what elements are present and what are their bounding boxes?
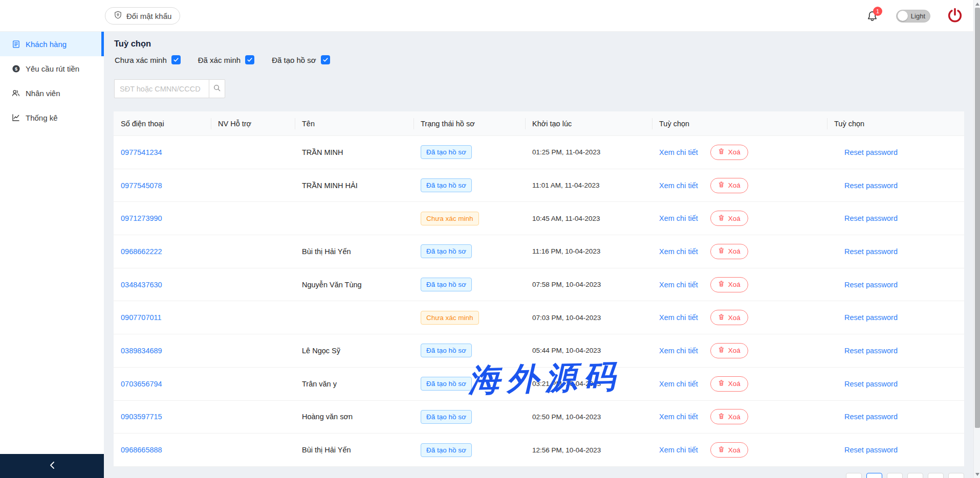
view-detail-link[interactable]: Xem chi tiết: [659, 313, 698, 322]
created-at: 11:16 PM, 10-04-2023: [532, 247, 600, 255]
table-row: 0903597715Hoàng văn sơnĐã tạo hồ sơ02:50…: [114, 401, 964, 434]
delete-button[interactable]: Xoá: [710, 409, 748, 424]
power-icon: [946, 18, 964, 26]
phone-link[interactable]: 0968665888: [121, 446, 162, 454]
delete-button[interactable]: Xoá: [710, 211, 748, 226]
vertical-scrollbar[interactable]: [973, 0, 980, 478]
phone-link[interactable]: 0977545078: [121, 181, 162, 190]
checkbox-checked-icon[interactable]: [171, 55, 181, 64]
notification-bell-button[interactable]: 1: [866, 8, 881, 24]
view-detail-link[interactable]: Xem chi tiết: [659, 281, 698, 289]
sidebar-item[interactable]: Nhân viên: [0, 81, 104, 105]
created-at: 10:45 AM, 11-04-2023: [532, 215, 600, 222]
delete-button[interactable]: Xoá: [710, 277, 748, 292]
delete-button[interactable]: Xoá: [710, 310, 748, 325]
phone-link[interactable]: 0703656794: [121, 380, 162, 388]
column-header: Số điện thoại: [114, 111, 211, 135]
reset-password-link[interactable]: Reset password: [844, 148, 898, 156]
sidebar-item[interactable]: $Yêu cầu rút tiền: [0, 56, 104, 81]
delete-button[interactable]: Xoá: [710, 178, 748, 193]
scroll-down-icon[interactable]: [975, 473, 979, 476]
view-detail-link[interactable]: Xem chi tiết: [659, 446, 698, 454]
phone-link[interactable]: 0389834689: [121, 347, 162, 355]
filter-checkbox-label: Chưa xác minh: [115, 56, 167, 64]
scroll-up-icon[interactable]: [975, 3, 979, 6]
change-password-button[interactable]: Đổi mật khẩu: [105, 7, 180, 25]
view-detail-link[interactable]: Xem chi tiết: [659, 181, 698, 190]
reset-password-link[interactable]: Reset password: [844, 380, 898, 388]
scrollbar-thumb[interactable]: [975, 8, 980, 428]
filter-checkbox[interactable]: Đã xác minh: [198, 55, 254, 64]
topbar: Đổi mật khẩu 1 Light: [0, 0, 980, 32]
view-detail-link[interactable]: Xem chi tiết: [659, 214, 698, 222]
filter-checkbox[interactable]: Đã tạo hồ sơ: [272, 55, 330, 64]
view-detail-link[interactable]: Xem chi tiết: [659, 413, 698, 421]
status-badge: Đã tạo hồ sơ: [421, 443, 472, 457]
table-row: 0389834689Lê Ngọc SỹĐã tạo hồ sơ05:44 PM…: [114, 334, 964, 368]
toggle-label: Light: [911, 12, 925, 20]
phone-link[interactable]: 0968662222: [121, 247, 162, 256]
delete-button[interactable]: Xoá: [710, 145, 748, 160]
status-badge: Chưa xác minh: [421, 311, 479, 325]
delete-button[interactable]: Xoá: [710, 376, 748, 392]
topbar-right: 1 Light: [866, 0, 964, 32]
phone-link[interactable]: 0977541234: [121, 148, 162, 156]
table-row: 0971273990Chưa xác minh10:45 AM, 11-04-2…: [114, 202, 964, 235]
search-row: [114, 79, 225, 98]
view-detail-link[interactable]: Xem chi tiết: [659, 380, 698, 388]
sidebar: Khách hàng$Yêu cầu rút tiềnNhân viênThốn…: [0, 32, 104, 454]
created-at: 07:58 PM, 10-04-2023: [532, 281, 601, 288]
checkbox-checked-icon[interactable]: [245, 55, 254, 64]
filter-checkbox[interactable]: Chưa xác minh: [115, 55, 181, 64]
search-button[interactable]: [209, 79, 225, 98]
pagination-page[interactable]: [846, 473, 862, 478]
reset-password-link[interactable]: Reset password: [844, 247, 898, 256]
checkbox-checked-icon[interactable]: [321, 55, 330, 64]
change-password-label: Đổi mật khẩu: [126, 12, 171, 20]
logout-button[interactable]: [946, 7, 964, 25]
table-row: 0348437630Nguyễn Văn TùngĐã tạo hồ sơ07:…: [114, 268, 964, 302]
sidebar-collapse-button[interactable]: [0, 454, 104, 478]
reset-password-link[interactable]: Reset password: [844, 413, 898, 421]
delete-label: Xoá: [728, 413, 741, 421]
sidebar-item[interactable]: Khách hàng: [0, 32, 104, 56]
delete-button[interactable]: Xoá: [710, 442, 748, 458]
table-row: 0968662222Bùi thị Hải YếnĐã tạo hồ sơ11:…: [114, 235, 964, 268]
pagination-page[interactable]: [887, 473, 903, 478]
phone-link[interactable]: 0348437630: [121, 281, 162, 289]
reset-password-link[interactable]: Reset password: [844, 214, 898, 222]
reset-password-link[interactable]: Reset password: [844, 347, 898, 355]
toggle-knob-icon: [898, 11, 908, 21]
delete-label: Xoá: [728, 181, 741, 189]
sidebar-item[interactable]: Thống kê: [0, 105, 104, 130]
search-input[interactable]: [114, 79, 209, 98]
view-detail-link[interactable]: Xem chi tiết: [659, 347, 698, 355]
reset-password-link[interactable]: Reset password: [844, 446, 898, 454]
view-detail-link[interactable]: Xem chi tiết: [659, 148, 698, 156]
column-header: Tuỳ chọn: [827, 111, 964, 135]
phone-link[interactable]: 0907707011: [121, 313, 162, 322]
pagination-page-active[interactable]: [866, 473, 882, 478]
pagination-page[interactable]: [928, 473, 944, 478]
notification-badge: 1: [873, 7, 882, 16]
app-root: Đổi mật khẩu 1 Light Khách hàng$Yêu cầu …: [0, 0, 980, 478]
search-icon: [213, 84, 221, 94]
status-badge: Chưa xác minh: [421, 212, 479, 225]
delete-button[interactable]: Xoá: [710, 343, 748, 358]
reset-password-link[interactable]: Reset password: [844, 281, 898, 289]
delete-button[interactable]: Xoá: [710, 244, 748, 259]
trash-icon: [718, 379, 725, 388]
theme-toggle[interactable]: Light: [896, 10, 930, 22]
view-detail-link[interactable]: Xem chi tiết: [659, 247, 698, 256]
created-at: 01:25 PM, 11-04-2023: [532, 148, 600, 156]
main-content: Tuỳ chọn Chưa xác minhĐã xác minhĐã tạo …: [104, 32, 973, 478]
customer-name: Trân văn y: [302, 380, 337, 388]
phone-link[interactable]: 0903597715: [121, 413, 162, 421]
shield-icon: [114, 11, 122, 21]
status-badge: Đã tạo hồ sơ: [421, 410, 472, 424]
reset-password-link[interactable]: Reset password: [844, 181, 898, 190]
pagination-page[interactable]: [948, 473, 964, 478]
phone-link[interactable]: 0971273990: [121, 214, 162, 222]
reset-password-link[interactable]: Reset password: [844, 313, 898, 322]
pagination-page[interactable]: [907, 473, 923, 478]
